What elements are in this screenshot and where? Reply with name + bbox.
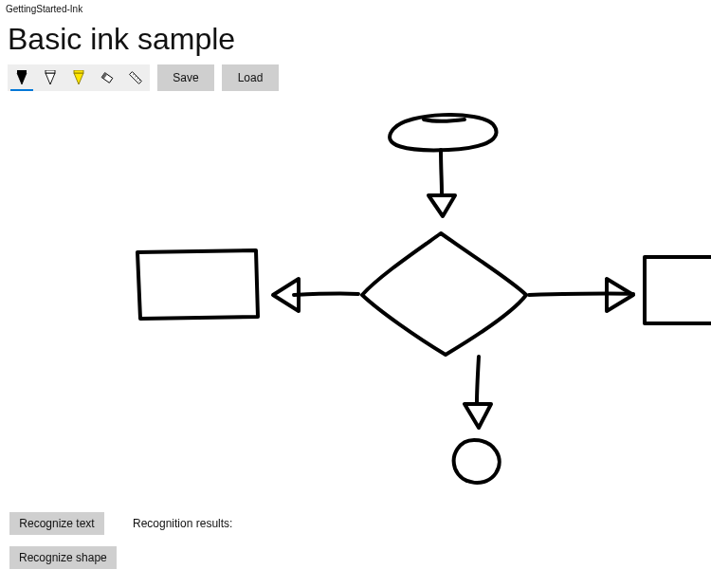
ink-toolbar [8, 64, 150, 91]
svg-marker-2 [46, 73, 55, 84]
tool-eraser[interactable] [93, 64, 121, 91]
tool-ballpoint-pen[interactable] [8, 64, 36, 91]
eraser-icon [100, 70, 115, 85]
recognize-shape-button[interactable]: Recognize shape [9, 546, 117, 569]
window-title: GettingStarted-Ink [0, 0, 711, 16]
svg-rect-1 [17, 70, 27, 73]
svg-rect-3 [46, 70, 55, 73]
highlighter-icon [72, 70, 85, 85]
pen-nib-icon [15, 70, 28, 85]
svg-rect-8 [130, 72, 142, 84]
pen-nib-icon [44, 70, 57, 85]
svg-marker-4 [74, 73, 83, 84]
ink-strokes [0, 91, 711, 508]
svg-rect-5 [74, 70, 83, 73]
svg-marker-0 [17, 73, 27, 84]
footer: Recognize text Recognition results: Reco… [0, 508, 711, 573]
ruler-icon [128, 70, 143, 85]
toolbar: Save Load [0, 64, 711, 91]
tool-ruler[interactable] [121, 64, 150, 91]
ink-canvas[interactable] [0, 91, 711, 508]
recognition-results-label: Recognition results: [133, 517, 232, 530]
tool-pencil[interactable] [36, 64, 64, 91]
save-button[interactable]: Save [157, 64, 214, 91]
page-title: Basic ink sample [0, 16, 711, 64]
tool-highlighter[interactable] [64, 64, 93, 91]
load-button[interactable]: Load [222, 64, 279, 91]
recognize-text-button[interactable]: Recognize text [9, 512, 104, 535]
